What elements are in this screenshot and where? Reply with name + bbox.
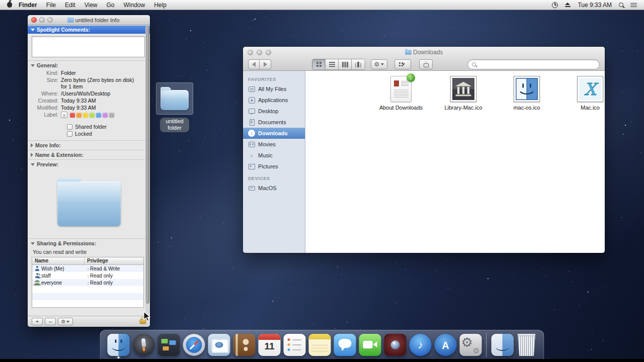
dock-icon-photo-booth[interactable] [384,334,407,356]
app-menu-finder[interactable]: Finder [14,2,42,9]
sidebar-item-documents[interactable]: Documents [243,117,305,128]
privilege-dropdown-icon[interactable] [87,266,89,272]
file-label[interactable]: Mac.ico [560,105,620,111]
permission-row[interactable]: staff Read only [32,272,143,279]
dock-icon-messages[interactable] [334,334,356,356]
search-field[interactable] [467,59,600,69]
remove-permission-button[interactable]: – [45,318,56,325]
file-about-downloads[interactable]: About Downloads [371,76,431,111]
forward-button[interactable] [260,59,271,69]
dock-icon-itunes[interactable] [410,334,432,356]
finder-content-area[interactable]: About Downloads Library-Mac.ico [305,71,605,253]
menu-clock[interactable]: Tue 9:33 AM [578,2,612,9]
dock-icon-notes[interactable] [309,334,331,356]
icon-view-button[interactable] [312,59,326,69]
add-permission-button[interactable]: + [32,318,43,325]
file-label[interactable]: About Downloads [371,105,431,111]
label-color-yellow[interactable] [83,113,88,118]
time-machine-icon[interactable] [552,2,558,8]
coverflow-view-button[interactable] [352,59,365,69]
dock-icon-calendar[interactable]: 11 [259,334,281,356]
desktop-folder-label[interactable]: untitled folder [160,118,189,132]
info-window-titlebar[interactable]: untitled folder Info [28,15,150,25]
shared-folder-row[interactable]: Shared folder [67,124,150,130]
locked-row[interactable]: Locked [67,131,150,137]
permission-name: Wish (Me) [41,266,64,272]
label-color-gray[interactable] [109,113,114,118]
desktop-folder-untitled[interactable]: untitled folder [156,82,193,132]
menu-window[interactable]: Window [119,0,150,10]
file-library-mac-ico[interactable]: Library-Mac.ico [433,76,494,111]
sidebar-item-applications[interactable]: Applications [243,95,305,106]
permission-privilege[interactable]: Read only [90,280,113,286]
back-button[interactable] [248,59,260,69]
sidebar-item-movies[interactable]: Movies [243,139,305,150]
dock-icon-app-store[interactable] [435,334,457,356]
music-icon [248,152,255,159]
list-view-button[interactable] [326,59,339,69]
action-menu-button[interactable] [371,59,387,69]
dock-icon-facetime[interactable] [359,334,381,356]
sidebar-item-music[interactable]: Music [243,150,305,161]
dock-icon-safari[interactable] [183,334,205,356]
section-header-general[interactable]: General: [28,60,150,70]
folder-icon[interactable] [160,90,189,110]
label-color-green[interactable] [90,113,95,118]
dock-icon-finder[interactable] [108,334,130,356]
label-none-button[interactable]: x [61,112,67,118]
permission-row[interactable]: Wish (Me) Read & Write [32,265,143,272]
menu-go[interactable]: Go [102,0,119,10]
eject-icon[interactable] [565,3,571,8]
sidebar-item-macos[interactable]: MacOS [243,183,305,194]
privilege-dropdown-icon[interactable] [87,280,89,286]
share-button[interactable] [419,59,433,69]
spotlight-search-icon[interactable] [619,3,623,7]
spotlight-comments-field[interactable] [32,36,145,57]
notification-center-icon[interactable] [630,3,637,8]
menu-file[interactable]: File [42,0,60,10]
section-header-spotlight-comments[interactable]: Spotlight Comments: [28,26,150,34]
close-button[interactable] [31,17,37,23]
dock-icon-mission-control[interactable] [158,334,180,356]
label-color-blue[interactable] [96,113,101,118]
section-header-preview[interactable]: Preview: [28,159,150,169]
file-mac-ico[interactable]: X Mac.ico [560,76,620,111]
sidebar-item-pictures[interactable]: Pictures [243,161,305,172]
permission-privilege[interactable]: Read & Write [90,266,120,272]
file-label[interactable]: Library-Mac.ico [433,105,494,111]
menu-view[interactable]: View [80,0,102,10]
sidebar-item-downloads-selected[interactable]: Downloads [243,128,305,139]
search-input[interactable] [478,61,595,67]
dock-icon-trash[interactable] [517,334,537,356]
permission-privilege[interactable]: Read only [90,273,113,279]
file-label[interactable]: mac-os.ico [497,105,557,111]
permission-row[interactable]: everyone Read only [32,279,143,286]
menu-edit[interactable]: Edit [60,0,80,10]
label-color-orange[interactable] [76,113,82,118]
scrollbar[interactable] [145,26,149,315]
label-color-red[interactable] [70,113,75,118]
privilege-dropdown-icon[interactable] [87,273,89,279]
arrange-menu-button[interactable] [394,59,411,69]
dock-icon-reminders[interactable] [284,334,306,356]
dock-icon-launchpad[interactable] [133,334,155,356]
label-color-purple[interactable] [103,113,108,118]
section-header-name-extension[interactable]: Name & Extension: [28,150,150,159]
file-mac-os-ico[interactable]: mac-os.ico [497,76,557,111]
locked-checkbox[interactable] [67,131,72,137]
dock-icon-system-preferences[interactable] [460,334,482,356]
dock-icon-finder-alt[interactable] [492,334,514,356]
menu-help[interactable]: Help [149,0,171,10]
dock-icon-mail[interactable] [208,334,230,356]
permissions-action-button[interactable] [58,318,73,325]
dock-icon-contacts[interactable] [233,334,256,356]
finder-titlebar[interactable]: Downloads [243,47,605,71]
scrollbar-thumb[interactable] [146,27,149,304]
sidebar-item-desktop[interactable]: Desktop [243,106,305,117]
shared-folder-checkbox[interactable] [67,124,72,130]
section-header-more-info[interactable]: More Info: [28,140,150,150]
column-view-button[interactable] [339,59,352,69]
section-header-sharing-permissions[interactable]: Sharing & Permissions: [28,238,150,248]
apple-menu-icon[interactable] [7,2,12,8]
sidebar-item-all-my-files[interactable]: All My Files [243,83,305,95]
